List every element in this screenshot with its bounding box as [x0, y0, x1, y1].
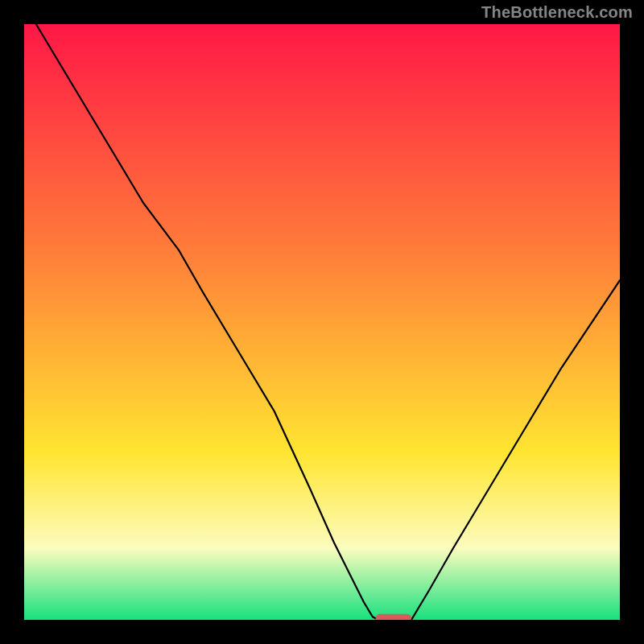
- chart-frame: TheBottleneck.com: [0, 0, 644, 644]
- gradient-fill-rect: [24, 24, 620, 620]
- chart-svg: [24, 24, 620, 620]
- watermark-text: TheBottleneck.com: [481, 3, 633, 22]
- optimum-marker: [376, 614, 411, 620]
- plot-area: [24, 24, 620, 620]
